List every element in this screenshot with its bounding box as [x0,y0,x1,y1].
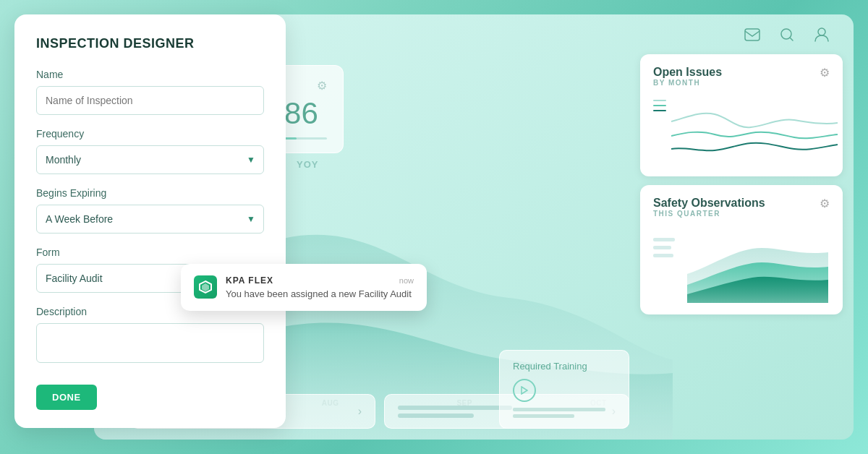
yoy-label: YOY [297,159,318,170]
notification-brand: KPA FLEX [226,275,273,286]
open-issues-card: Open Issues BY MONTH ⚙ [640,54,843,176]
name-form-group: Name [36,69,264,115]
right-panel: Open Issues BY MONTH ⚙ [640,54,843,314]
open-issues-subtitle: BY MONTH [653,79,722,87]
user-icon[interactable] [812,25,832,45]
frequency-label: Frequency [36,128,264,140]
open-issues-gear-icon[interactable]: ⚙ [820,66,830,80]
frequency-select-wrapper: Monthly ▼ [36,145,264,174]
done-button[interactable]: DONE [36,385,97,410]
notification-time: now [399,276,414,285]
safety-obs-title: Safety Observations [653,197,765,210]
chevron-right-icon-1: › [358,405,362,418]
inspector-panel-title: INSPECTION DESIGNER [36,36,264,51]
training-title: Required Training [513,361,616,372]
frequency-select[interactable]: Monthly [36,145,264,174]
notification-popup: KPA FLEX now You have been assigned a ne… [181,264,427,311]
search-icon[interactable] [777,25,797,45]
dart-gear-icon[interactable]: ⚙ [317,79,327,93]
svg-marker-4 [202,283,209,291]
notification-header: KPA FLEX now [226,275,414,286]
name-input[interactable] [36,86,264,115]
safety-observations-card: Safety Observations THIS QUARTER ⚙ [640,185,843,314]
begins-expiring-form-group: Begins Expiring A Week Before ▼ [36,187,264,234]
kpa-logo [194,275,217,299]
begins-expiring-value: A Week Before [46,205,113,234]
begins-expiring-select-wrapper: A Week Before ▼ [36,205,264,234]
frequency-form-group: Frequency Monthly ▼ [36,128,264,174]
form-label: Form [36,247,264,258]
open-issues-line-chart [653,100,830,165]
frequency-value: Monthly [46,145,81,174]
begins-expiring-label: Begins Expiring [36,187,264,199]
inspection-designer-panel: INSPECTION DESIGNER Name Frequency Month… [14,14,286,428]
notification-content: KPA FLEX now You have been assigned a ne… [226,275,414,299]
description-textarea[interactable] [36,323,264,363]
open-issues-title: Open Issues [653,66,722,79]
description-form-group: Description [36,306,264,366]
svg-rect-0 [745,29,760,40]
safety-obs-area-chart [653,231,830,303]
svg-point-2 [818,28,825,35]
play-button[interactable] [513,379,536,402]
begins-expiring-select[interactable]: A Week Before [36,205,264,234]
notification-message: You have been assigned a new Facility Au… [226,288,414,299]
safety-obs-subtitle: THIS QUARTER [653,210,765,218]
required-training-card: Required Training [499,350,629,429]
name-label: Name [36,69,264,80]
safety-obs-gear-icon[interactable]: ⚙ [820,197,830,210]
mail-icon[interactable] [742,25,762,45]
